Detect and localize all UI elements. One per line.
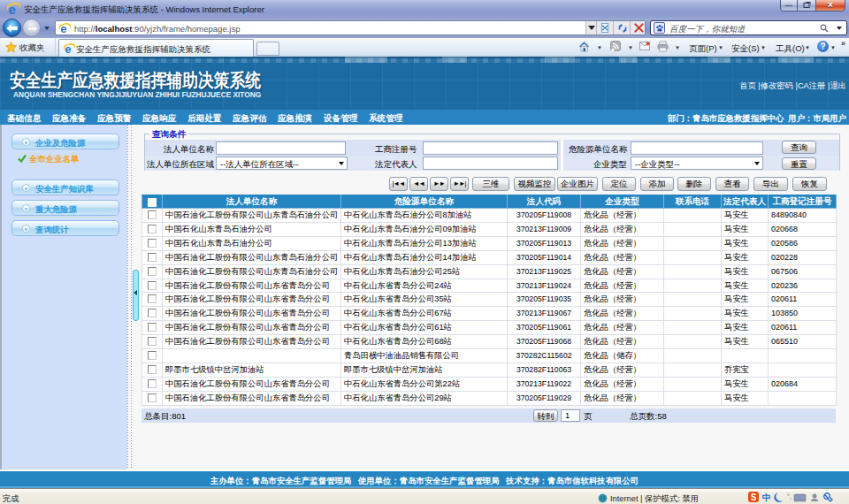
svg-text:中: 中 (762, 493, 771, 502)
svg-text:S: S (751, 493, 757, 502)
svg-text:°,: °, (787, 493, 792, 500)
